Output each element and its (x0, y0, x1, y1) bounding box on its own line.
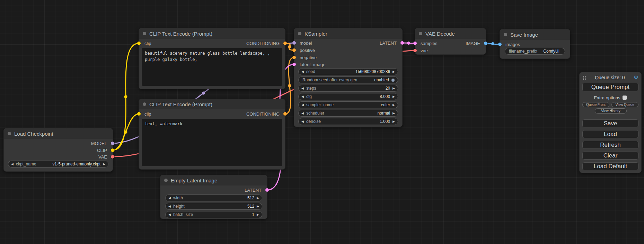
decrement-arrow-icon[interactable]: ◀ (301, 112, 304, 115)
prompt-textarea[interactable]: beautiful scenery nature glass bottle la… (142, 48, 282, 86)
node-title-bar[interactable]: KSampler (294, 28, 402, 39)
collapse-dot-icon[interactable] (298, 32, 301, 35)
output-port-conditioning[interactable] (283, 112, 287, 116)
queue-front-button[interactable]: Queue Front (582, 102, 609, 107)
view-history-button[interactable]: View History (595, 108, 627, 114)
node-load-checkpoint[interactable]: Load Checkpoint MODEL CLIP VAE ◀ ckpt_na… (3, 128, 113, 172)
extra-options-checkbox[interactable] (623, 96, 627, 100)
output-slot-latent: LATENT (245, 187, 267, 193)
widget-scheduler[interactable]: ◀ scheduler normal ▶ (298, 110, 398, 117)
input-slot-clip: clip (139, 110, 151, 117)
increment-arrow-icon[interactable]: ▶ (392, 95, 395, 98)
increment-arrow-icon[interactable]: ▶ (257, 197, 259, 200)
view-queue-button[interactable]: View Queue (611, 102, 638, 107)
collapse-dot-icon[interactable] (143, 102, 146, 106)
widget-cfg[interactable]: ◀ cfg 8.000 ▶ (298, 93, 398, 100)
input-port-clip[interactable] (137, 42, 141, 45)
clear-button[interactable]: Clear (582, 152, 638, 160)
input-port-clip[interactable] (137, 112, 141, 116)
output-port-conditioning[interactable] (283, 42, 287, 45)
increment-arrow-icon[interactable]: ▶ (257, 213, 259, 216)
toggle-dot-icon[interactable] (391, 79, 395, 82)
input-port-model[interactable] (292, 41, 296, 45)
input-port-latent-image[interactable] (292, 63, 296, 66)
node-title-bar[interactable]: CLIP Text Encode (Prompt) (139, 28, 285, 39)
output-slot-conditioning: CONDITIONING (246, 40, 285, 47)
prompt-textarea[interactable]: text, watermark (142, 119, 282, 166)
node-title-bar[interactable]: Save Image (500, 29, 570, 40)
widget-width[interactable]: ◀ width 512 ▶ (165, 195, 262, 201)
decrement-arrow-icon[interactable]: ◀ (301, 70, 304, 73)
widget-value: 20 (316, 86, 390, 91)
collapse-dot-icon[interactable] (419, 32, 422, 35)
output-port-image[interactable] (484, 42, 487, 45)
node-save-image[interactable]: Save Image images filename_prefix ComfyU… (500, 29, 570, 59)
widget-label: steps (306, 86, 316, 91)
increment-arrow-icon[interactable]: ▶ (392, 70, 395, 73)
node-ksampler[interactable]: KSampler model LATENT positive negative … (294, 28, 403, 127)
input-port-images[interactable] (498, 43, 502, 46)
output-port-vae[interactable] (111, 155, 114, 159)
widget-filename-prefix[interactable]: filename_prefix ComfyUI (505, 48, 565, 55)
refresh-button[interactable]: Refresh (582, 141, 638, 149)
slot-label: model (300, 40, 312, 46)
node-clip-text-encode-positive[interactable]: CLIP Text Encode (Prompt) clip CONDITION… (139, 28, 285, 89)
node-vae-decode[interactable]: VAE Decode samples IMAGE vae (415, 28, 486, 55)
input-port-positive[interactable] (292, 48, 296, 52)
widget-batch-size[interactable]: ◀ batch_size 1 ▶ (165, 211, 262, 218)
collapse-dot-icon[interactable] (8, 132, 11, 135)
output-port-latent[interactable] (265, 188, 269, 192)
node-title-bar[interactable]: Empty Latent Image (160, 175, 267, 186)
decrement-arrow-icon[interactable]: ◀ (168, 213, 171, 216)
widget-random-seed-toggle[interactable]: Random seed after every gen enabled (298, 76, 398, 83)
collapse-dot-icon[interactable] (504, 33, 507, 36)
widget-seed[interactable]: ◀ seed 156680208700286 ▶ (298, 68, 398, 75)
widget-label: seed (306, 69, 315, 74)
save-button[interactable]: Save (582, 119, 638, 127)
load-default-button[interactable]: Load Default (582, 162, 638, 170)
node-empty-latent-image[interactable]: Empty Latent Image LATENT ◀ width 512 ▶ … (160, 175, 267, 219)
node-title-bar[interactable]: CLIP Text Encode (Prompt) (139, 99, 285, 109)
collapse-dot-icon[interactable] (164, 179, 168, 182)
decrement-arrow-icon[interactable]: ◀ (301, 95, 304, 98)
widget-ckpt-name[interactable]: ◀ ckpt_name v1-5-pruned-emaonly.ckpt ▶ (8, 161, 108, 168)
decrement-arrow-icon[interactable]: ◀ (301, 103, 304, 107)
widget-steps[interactable]: ◀ steps 20 ▶ (298, 85, 398, 92)
widget-value: 512 (185, 204, 254, 209)
node-title-bar[interactable]: VAE Decode (415, 28, 486, 39)
widget-label: Random seed after every gen (302, 78, 357, 82)
node-title: Load Checkpoint (14, 131, 53, 137)
settings-gear-icon[interactable]: ⚙ (634, 75, 638, 80)
output-slot-vae: VAE (98, 153, 113, 160)
decrement-arrow-icon[interactable]: ◀ (168, 205, 171, 208)
widget-denoise[interactable]: ◀ denoise 1.000 ▶ (298, 118, 398, 125)
widget-value: ComfyUI (537, 49, 559, 54)
drag-handle-icon[interactable] (582, 75, 586, 80)
widget-height[interactable]: ◀ height 512 ▶ (165, 203, 262, 210)
input-port-vae[interactable] (413, 49, 417, 52)
input-port-negative[interactable] (292, 56, 296, 59)
increment-arrow-icon[interactable]: ▶ (103, 163, 105, 166)
increment-arrow-icon[interactable]: ▶ (392, 120, 395, 123)
decrement-arrow-icon[interactable]: ◀ (11, 163, 14, 166)
load-button[interactable]: Load (582, 130, 638, 138)
decrement-arrow-icon[interactable]: ◀ (301, 120, 304, 123)
output-port-model[interactable] (111, 142, 114, 145)
increment-arrow-icon[interactable]: ▶ (392, 112, 395, 115)
input-slot-clip: clip (139, 40, 151, 47)
increment-arrow-icon[interactable]: ▶ (257, 205, 259, 208)
output-port-latent[interactable] (400, 41, 404, 45)
node-clip-text-encode-negative[interactable]: CLIP Text Encode (Prompt) clip CONDITION… (139, 99, 285, 170)
decrement-arrow-icon[interactable]: ◀ (301, 87, 304, 90)
increment-arrow-icon[interactable]: ▶ (392, 87, 395, 90)
widget-label: height (173, 204, 185, 209)
node-graph-canvas[interactable]: Load Checkpoint MODEL CLIP VAE ◀ ckpt_na… (0, 0, 644, 244)
collapse-dot-icon[interactable] (143, 32, 146, 35)
node-title-bar[interactable]: Load Checkpoint (4, 128, 113, 139)
widget-sampler-name[interactable]: ◀ sampler_name euler ▶ (298, 101, 398, 108)
increment-arrow-icon[interactable]: ▶ (392, 103, 395, 107)
queue-prompt-button[interactable]: Queue Prompt (582, 83, 638, 91)
output-port-clip[interactable] (111, 148, 114, 152)
input-port-samples[interactable] (413, 42, 417, 45)
decrement-arrow-icon[interactable]: ◀ (168, 197, 171, 200)
